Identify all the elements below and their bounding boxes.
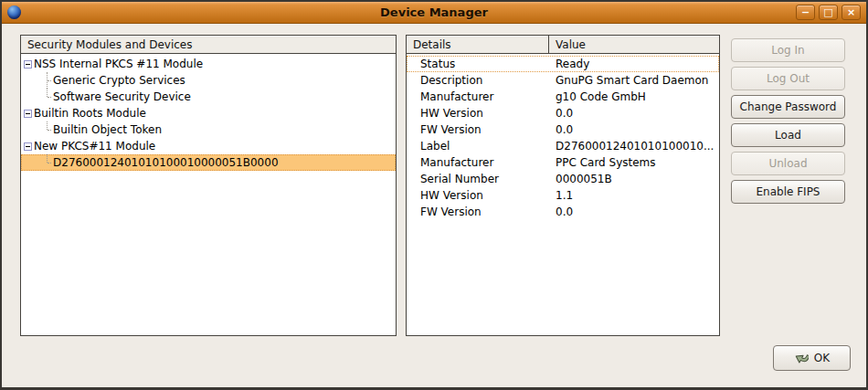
- tree-branch-line: [43, 72, 51, 89]
- detail-name: FW Version: [407, 206, 549, 218]
- details-row[interactable]: Manufacturer PPC Card Systems: [407, 154, 719, 171]
- details-row[interactable]: Manufacturer g10 Code GmbH: [407, 89, 719, 105]
- tree-item-label: Builtin Object Token: [53, 123, 162, 136]
- security-modules-panel: Security Modules and Devices NSS Interna…: [20, 35, 397, 336]
- change-password-button[interactable]: Change Password: [731, 95, 845, 119]
- details-panel: Details Value Status Ready Description G…: [406, 35, 720, 336]
- detail-value: 0.0: [549, 206, 719, 218]
- details-row[interactable]: FW Version 0.0: [407, 204, 719, 220]
- tree-item-label: D27600012401010100010000051B0000: [53, 156, 279, 169]
- details-row[interactable]: Status Ready: [407, 56, 719, 72]
- tree-item-label: NSS Internal PKCS #11 Module: [34, 58, 203, 70]
- tree-item[interactable]: Builtin Roots Module: [21, 105, 396, 121]
- detail-value: GnuPG Smart Card Daemon: [549, 74, 719, 87]
- tree-item[interactable]: D27600012401010100010000051B0000: [21, 154, 396, 171]
- detail-name: Serial Number: [407, 173, 549, 185]
- tree-branch-line: [43, 154, 51, 171]
- detail-value: D27600012401010100010...: [549, 140, 719, 153]
- detail-name: Status: [407, 58, 549, 70]
- details-header-row: Details Value: [407, 36, 719, 54]
- tree-item-label: Builtin Roots Module: [34, 107, 146, 120]
- unload-button[interactable]: Unload: [731, 152, 845, 175]
- tree-column-header: Security Modules and Devices: [21, 36, 396, 54]
- tree-item-label: Software Security Device: [53, 90, 191, 103]
- window-controls: − □ ×: [796, 5, 861, 20]
- window-title: Device Manager: [2, 5, 866, 19]
- ok-label: OK: [814, 352, 830, 364]
- details-row[interactable]: Description GnuPG Smart Card Daemon: [407, 72, 719, 89]
- detail-name: Manufacturer: [407, 156, 549, 169]
- modules-tree: NSS Internal PKCS #11 Module Generic Cry…: [21, 54, 396, 171]
- ok-button[interactable]: OK: [773, 345, 851, 371]
- tree-item-label: Generic Crypto Services: [53, 74, 185, 87]
- detail-value: g10 Code GmbH: [549, 90, 719, 103]
- detail-value: Ready: [549, 58, 719, 70]
- details-row[interactable]: Label D27600012401010100010...: [407, 138, 719, 154]
- tree-item[interactable]: Generic Crypto Services: [21, 72, 396, 89]
- log-out-button[interactable]: Log Out: [731, 67, 845, 90]
- collapse-twisty-icon[interactable]: [24, 110, 32, 118]
- tree-item-label: New PKCS#11 Module: [34, 140, 155, 153]
- details-row[interactable]: Serial Number 0000051B: [407, 171, 719, 187]
- detail-value: 0.0: [549, 107, 719, 120]
- enable-fips-button[interactable]: Enable FIPS: [731, 180, 845, 204]
- details-row[interactable]: HW Version 1.1: [407, 187, 719, 204]
- return-arrow-icon: [794, 351, 809, 365]
- collapse-twisty-icon[interactable]: [24, 60, 32, 69]
- maximize-button[interactable]: □: [819, 5, 838, 20]
- action-buttons: Log InLog OutChange PasswordLoadUnloadEn…: [731, 38, 845, 204]
- detail-value: 0000051B: [549, 173, 719, 185]
- log-in-button[interactable]: Log In: [731, 38, 845, 62]
- load-button[interactable]: Load: [731, 123, 845, 147]
- details-column-header: Details: [407, 36, 549, 54]
- tree-item[interactable]: NSS Internal PKCS #11 Module: [21, 56, 396, 72]
- collapse-twisty-icon[interactable]: [24, 142, 32, 151]
- minimize-button[interactable]: −: [796, 5, 815, 20]
- titlebar[interactable]: Device Manager − □ ×: [2, 2, 866, 24]
- detail-name: FW Version: [407, 123, 549, 136]
- detail-name: HW Version: [407, 107, 549, 120]
- tree-item[interactable]: New PKCS#11 Module: [21, 138, 396, 154]
- device-manager-window: Device Manager − □ × Security Modules an…: [0, 0, 868, 390]
- application-globe-icon: [7, 5, 21, 19]
- detail-value: 0.0: [549, 123, 719, 136]
- value-column-header: Value: [549, 36, 719, 54]
- details-row[interactable]: FW Version 0.0: [407, 121, 719, 138]
- detail-value: PPC Card Systems: [549, 156, 719, 169]
- detail-name: Label: [407, 140, 549, 153]
- detail-name: HW Version: [407, 189, 549, 202]
- close-button[interactable]: ×: [842, 5, 861, 20]
- tree-header-label: Security Modules and Devices: [27, 38, 192, 51]
- tree-item[interactable]: Builtin Object Token: [21, 121, 396, 138]
- tree-item[interactable]: Software Security Device: [21, 89, 396, 105]
- detail-name: Description: [407, 74, 549, 87]
- tree-branch-line: [43, 121, 51, 138]
- detail-value: 1.1: [549, 189, 719, 202]
- tree-branch-line: [43, 89, 51, 105]
- details-list: Status Ready Description GnuPG Smart Car…: [407, 54, 719, 220]
- details-row[interactable]: HW Version 0.0: [407, 105, 719, 121]
- detail-name: Manufacturer: [407, 90, 549, 103]
